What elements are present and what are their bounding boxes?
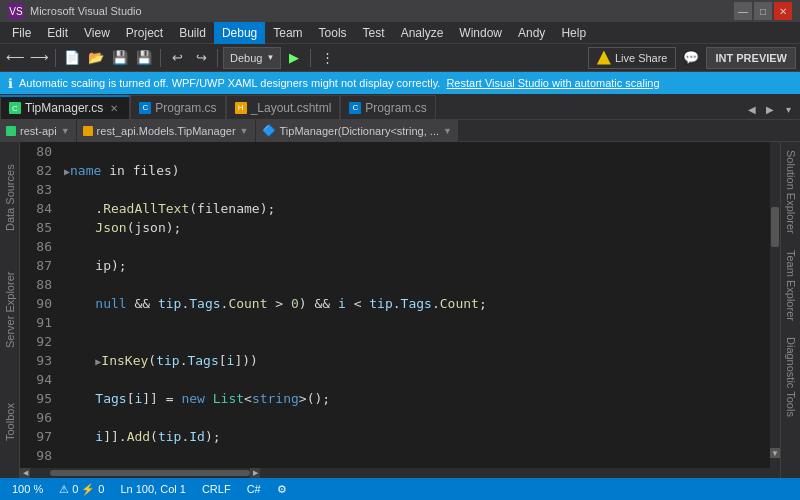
errors-count: 0: [72, 483, 78, 495]
line-num-98: 98: [20, 446, 52, 465]
toolbar-sep-4: [310, 49, 311, 67]
new-project-button[interactable]: 📄: [61, 47, 83, 69]
breadcrumb-arrow-2: ▼: [240, 126, 249, 136]
menu-edit[interactable]: Edit: [39, 22, 76, 44]
tab-scroll-left[interactable]: ◀: [744, 101, 760, 117]
toolbar-extra-btn[interactable]: ⋮: [316, 47, 338, 69]
sidebar-toolbox[interactable]: Toolbox: [0, 366, 19, 478]
breadcrumb-member[interactable]: 🔷 TipManager(Dictionary<string, ... ▼: [256, 120, 459, 142]
breadcrumb-project-label: rest-api: [20, 125, 57, 137]
scroll-right-btn[interactable]: ▶: [250, 468, 260, 478]
tab-icon-layout: H: [235, 102, 247, 114]
scroll-down-arrow[interactable]: ▼: [770, 448, 780, 458]
menu-debug[interactable]: Debug: [214, 22, 265, 44]
menu-window[interactable]: Window: [451, 22, 510, 44]
line-num-95: 95: [20, 389, 52, 408]
status-intellisense[interactable]: ⚙: [273, 483, 291, 496]
int-preview-button[interactable]: INT PREVIEW: [706, 47, 796, 69]
tab-label-program2: Program.cs: [365, 101, 426, 115]
code-line-83: [64, 180, 770, 199]
sidebar-solution-explorer[interactable]: Solution Explorer: [781, 142, 800, 242]
tab-label-tipmanager: TipManager.cs: [25, 101, 103, 115]
tab-scroll-right[interactable]: ▶: [762, 101, 778, 117]
line-num-88: 88: [20, 275, 52, 294]
code-line-87: ip);: [64, 256, 770, 275]
menu-team[interactable]: Team: [265, 22, 310, 44]
line-num-91: 91: [20, 313, 52, 332]
breadcrumb-arrow-3: ▼: [443, 126, 452, 136]
code-line-96: [64, 408, 770, 427]
menu-user[interactable]: Andy: [510, 22, 553, 44]
line-num-94: 94: [20, 370, 52, 389]
line-num-90: 90: [20, 294, 52, 313]
menu-test[interactable]: Test: [355, 22, 393, 44]
line-num-97: 97: [20, 427, 52, 446]
code-line-84: .ReadAllText(filename);: [64, 199, 770, 218]
line-num-84: 84: [20, 199, 52, 218]
tab-program1[interactable]: C Program.cs: [130, 95, 225, 119]
status-errors[interactable]: ⚠ 0 ⚡ 0: [55, 483, 108, 496]
breadcrumb-member-icon: 🔷: [262, 124, 276, 137]
undo-button[interactable]: ↩: [166, 47, 188, 69]
toolbar-sep-2: [160, 49, 161, 67]
menu-file[interactable]: File: [4, 22, 39, 44]
menu-analyze[interactable]: Analyze: [393, 22, 452, 44]
tab-tipmanager[interactable]: C TipManager.cs ✕: [0, 95, 130, 119]
save-all-button[interactable]: 💾: [133, 47, 155, 69]
redo-button[interactable]: ↪: [190, 47, 212, 69]
tab-close-tipmanager[interactable]: ✕: [107, 101, 121, 115]
info-bar: ℹ Automatic scaling is turned off. WPF/U…: [0, 72, 800, 94]
tab-icon-program1: C: [139, 102, 151, 114]
menu-tools[interactable]: Tools: [311, 22, 355, 44]
status-line[interactable]: Ln 100, Col 1: [116, 483, 189, 495]
code-editor[interactable]: ▶name in files) .ReadAllText(filename); …: [60, 142, 770, 468]
scrollbar-thumb[interactable]: [771, 207, 779, 247]
live-share-button[interactable]: Live Share: [588, 47, 677, 69]
feedback-button[interactable]: 💬: [680, 47, 702, 69]
menu-build[interactable]: Build: [171, 22, 214, 44]
forward-button[interactable]: ⟶: [28, 47, 50, 69]
horizontal-scrollbar[interactable]: ◀ ▶: [20, 468, 780, 478]
line-num-93: 93: [20, 351, 52, 370]
menu-help[interactable]: Help: [553, 22, 594, 44]
status-encoding[interactable]: CRLF: [198, 483, 235, 495]
left-sidebar: Data Sources Server Explorer Toolbox: [0, 142, 20, 478]
sidebar-server-explorer[interactable]: Server Explorer: [0, 254, 19, 366]
tab-list-button[interactable]: ▾: [780, 101, 796, 117]
save-button[interactable]: 💾: [109, 47, 131, 69]
tab-program2[interactable]: C Program.cs: [340, 95, 435, 119]
maximize-button[interactable]: □: [754, 2, 772, 20]
main-layout: Data Sources Server Explorer Toolbox 80 …: [0, 142, 800, 478]
sidebar-team-explorer[interactable]: Team Explorer: [781, 242, 800, 329]
minimize-button[interactable]: —: [734, 2, 752, 20]
breadcrumb-project-icon: [6, 126, 16, 136]
debug-config-dropdown[interactable]: Debug ▼: [223, 47, 281, 69]
menu-view[interactable]: View: [76, 22, 118, 44]
line-info: Ln 100, Col 1: [120, 483, 185, 495]
close-button[interactable]: ✕: [774, 2, 792, 20]
breadcrumb-namespace-icon: [83, 126, 93, 136]
back-button[interactable]: ⟵: [4, 47, 26, 69]
menu-project[interactable]: Project: [118, 22, 171, 44]
code-line-90: null && tip.Tags.Count > 0) && i < tip.T…: [64, 294, 770, 313]
status-language[interactable]: C#: [243, 483, 265, 495]
play-button[interactable]: ▶: [283, 47, 305, 69]
scroll-left-btn[interactable]: ◀: [20, 468, 30, 478]
breadcrumb-namespace[interactable]: rest_api.Models.TipManager ▼: [77, 120, 256, 142]
toolbar-sep-1: [55, 49, 56, 67]
line-num-83: 83: [20, 180, 52, 199]
info-link[interactable]: Restart Visual Studio with automatic sca…: [446, 77, 659, 89]
tab-navigation: ◀ ▶ ▾: [740, 99, 800, 119]
breadcrumb-project[interactable]: rest-api ▼: [0, 120, 77, 142]
sidebar-data-sources[interactable]: Data Sources: [0, 142, 19, 254]
tab-icon-tipmanager: C: [9, 102, 21, 114]
open-button[interactable]: 📂: [85, 47, 107, 69]
vertical-scrollbar[interactable]: ▼: [770, 142, 780, 468]
warnings-count: 0: [98, 483, 104, 495]
breadcrumb-member-label: TipManager(Dictionary<string, ...: [280, 125, 439, 137]
info-message: Automatic scaling is turned off. WPF/UWP…: [19, 77, 440, 89]
tab-layout[interactable]: H _Layout.cshtml: [226, 95, 341, 119]
sidebar-diagnostic-tools[interactable]: Diagnostic Tools: [781, 329, 800, 425]
h-scrollbar-thumb[interactable]: [50, 470, 250, 476]
status-zoom[interactable]: 100 %: [8, 483, 47, 495]
